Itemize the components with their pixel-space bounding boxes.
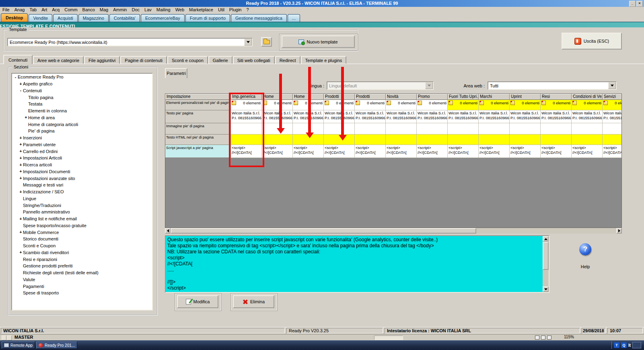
table-cell[interactable]: <script>//<![CDATA[ xyxy=(572,145,603,158)
taskbar-button-remote-app[interactable]: Remote App xyxy=(2,342,35,349)
table-cell[interactable]: Wicon Italia S.r.l.P.I. 08155160966 xyxy=(355,110,386,123)
menu-item-ammin[interactable]: Ammin xyxy=(111,7,129,13)
menu-item-doc[interactable]: Doc xyxy=(129,7,142,13)
tree-item-impostazioni-documenti[interactable]: +Impostazioni Documenti xyxy=(12,168,152,175)
table-cell[interactable] xyxy=(417,123,448,135)
tree-item-pie-di-pagina[interactable]: +Pie' di pagina xyxy=(12,128,152,135)
table-cell[interactable] xyxy=(603,123,622,135)
table-cell[interactable] xyxy=(603,135,622,145)
menu-item-comm[interactable]: Comm xyxy=(62,7,80,13)
tree-item-testata[interactable]: +Testata xyxy=(12,101,152,108)
table-cell[interactable]: 0 elementi xyxy=(603,100,622,110)
main-tab-contabilita[interactable]: Contabilita' xyxy=(109,14,140,22)
table-horizontal-scrollbar[interactable] xyxy=(165,228,622,234)
menu-item-util[interactable]: Util xyxy=(216,7,227,13)
hscroll-thumb[interactable] xyxy=(171,228,476,234)
table-cell[interactable]: <script>//<![CDATA[ xyxy=(510,145,541,158)
info-vertical-scrollbar[interactable] xyxy=(543,236,549,292)
column-header-fuori-tutto-upri[interactable]: Fuori Tutto Upri... xyxy=(448,94,479,100)
table-cell[interactable] xyxy=(355,135,386,145)
menu-item-plugin[interactable]: Plugin xyxy=(227,7,244,13)
expand-icon[interactable]: + xyxy=(19,176,23,180)
open-template-folder-button[interactable] xyxy=(261,37,272,47)
table-cell[interactable]: 0 elementi xyxy=(355,100,386,110)
help-icon[interactable]: ? xyxy=(579,243,591,255)
tree-item-spese-di-trasporto[interactable]: +Spese di trasporto xyxy=(12,290,152,296)
content-tab-gallerie[interactable]: Gallerie xyxy=(208,56,232,64)
table-cell[interactable]: Wicon Italia S.r.l.P.I. 08155160966 xyxy=(572,110,603,123)
area-web-dropdown-icon[interactable] xyxy=(608,82,616,89)
tree-item-stringhe-traduzioni[interactable]: +Stringhe/Traduzioni xyxy=(12,202,152,209)
content-tab-sconti-e-coupon[interactable]: Sconti e coupon xyxy=(167,56,208,64)
tree-item-carrello-ed-ordini[interactable]: +Carrello ed Ordini xyxy=(12,148,152,155)
menu-item-anag[interactable]: Anag xyxy=(12,7,27,13)
table-cell[interactable] xyxy=(479,123,510,135)
expand-icon[interactable]: + xyxy=(19,169,23,174)
tree-item-mailing-list-e-notifiche-email[interactable]: +Mailing list e notifiche email xyxy=(12,215,152,222)
table-cell[interactable]: <script>//<![CDATA[ xyxy=(262,145,293,158)
table-cell[interactable]: 0 elementi xyxy=(417,100,448,110)
table-cell[interactable]: 0 elementi xyxy=(479,100,510,110)
table-cell[interactable]: 0 elementi xyxy=(448,100,479,110)
tree-item-gestione-prodotti-preferiti[interactable]: +Gestione prodotti preferiti xyxy=(12,263,152,269)
content-tab-contenuti[interactable]: Contenuti xyxy=(3,55,33,64)
tree-item-indicizzazione-seo[interactable]: +Indicizzazione / SEO xyxy=(12,188,152,195)
content-tab-redirect[interactable]: Redirect xyxy=(275,56,300,64)
expand-icon[interactable]: + xyxy=(19,156,23,160)
template-select[interactable]: Ecommerce Ready Pro (https://www.wiconit… xyxy=(7,38,253,46)
menu-item-mag[interactable]: Mag xyxy=(97,7,111,13)
table-cell[interactable] xyxy=(510,135,541,145)
table-cell[interactable]: 0 elementi xyxy=(541,100,572,110)
main-tab-desktop[interactable]: Desktop xyxy=(1,13,28,22)
main-tab-vendite[interactable]: Vendite xyxy=(29,14,52,22)
expand-icon[interactable]: + xyxy=(24,115,28,120)
table-cell[interactable] xyxy=(417,135,448,145)
table-cell[interactable]: <script>//<![CDATA[ xyxy=(417,145,448,158)
close-icon[interactable]: × xyxy=(636,1,643,7)
column-header-prodotti[interactable]: Prodotti xyxy=(355,94,386,100)
main-tab-gestione-messaggistica[interactable]: Gestione messaggistica xyxy=(231,14,287,22)
scroll-right-icon[interactable] xyxy=(616,228,622,234)
tree-item-scambio-dati-rivenditori[interactable]: +Scambio dati rivenditori xyxy=(12,249,152,256)
column-header-condizioni-di-ve[interactable]: Condizioni di Ve... xyxy=(572,94,603,100)
main-tab-item[interactable]: ... xyxy=(288,14,300,22)
tree-item-richieste-degli-utenti-testi-delle-email[interactable]: +Richieste degli utenti (testi delle ema… xyxy=(12,269,152,276)
table-cell[interactable]: Wicon Italia S.r.l.P.I. 08155160966 xyxy=(324,110,355,123)
expand-icon[interactable]: + xyxy=(19,136,23,140)
content-tab-pagine-di-contenuti[interactable]: Pagine di contenuti xyxy=(120,56,167,64)
menu-item-item[interactable]: ? xyxy=(244,7,251,13)
vscroll-thumb[interactable] xyxy=(543,242,549,270)
tree-item-ricerca-articoli[interactable]: +Ricerca articoli xyxy=(12,162,152,168)
minimize-icon[interactable]: _ xyxy=(629,1,636,7)
tree-item-home-di-area[interactable]: +Home di area xyxy=(12,114,152,121)
tree-item-sconti-e-coupon[interactable]: +Sconti e Coupon xyxy=(12,242,152,249)
tree-item-home-di-categoria-articoli[interactable]: +Home di categoria articoli xyxy=(12,121,152,128)
menu-item-lav[interactable]: Lav xyxy=(142,7,154,13)
tree-item-pagamenti[interactable]: +Pagamenti xyxy=(12,283,152,290)
table-cell[interactable] xyxy=(479,135,510,145)
column-header-uprint[interactable]: Uprint xyxy=(510,94,541,100)
menu-item-acq[interactable]: Acq xyxy=(49,7,62,13)
tree-item-contenuti[interactable]: -Contenuti xyxy=(12,87,152,94)
column-header-home[interactable]: Home xyxy=(262,94,293,100)
tree-item-impostazioni-articoli[interactable]: +Impostazioni Articoli xyxy=(12,155,152,162)
table-cell[interactable] xyxy=(541,123,572,135)
table-cell[interactable]: <script>//<![CDATA[ xyxy=(355,145,386,158)
table-cell[interactable]: <script>//<![CDATA[ xyxy=(603,145,622,158)
main-tab-magazzino[interactable]: Magazzino xyxy=(78,14,109,22)
column-header-novit[interactable]: Novità xyxy=(386,94,417,100)
expand-icon[interactable]: + xyxy=(19,142,23,147)
menu-item-art[interactable]: Art xyxy=(39,7,49,13)
menu-item-file[interactable]: File xyxy=(0,7,12,13)
hscroll-track[interactable] xyxy=(171,228,616,234)
scroll-up-icon[interactable] xyxy=(543,236,549,242)
expand-icon[interactable]: + xyxy=(19,190,23,194)
tree-item-lingue[interactable]: +Lingue xyxy=(12,195,152,202)
table-cell[interactable]: Wicon Italia S.r.l.P.I. 08155160966 xyxy=(262,110,293,123)
menu-item-marketplace[interactable]: Marketplace xyxy=(187,7,216,13)
tree-item-ecommerce-ready-pro[interactable]: -Ecommerce Ready Pro xyxy=(12,74,152,81)
expand-icon[interactable]: + xyxy=(19,149,23,153)
tree-item-valute[interactable]: +Valute xyxy=(12,276,152,283)
table-cell[interactable]: Wicon Italia S.r.l.P.I. 08155160966 xyxy=(386,110,417,123)
main-tab-forum-di-supporto[interactable]: Forum di supporto xyxy=(185,14,230,22)
